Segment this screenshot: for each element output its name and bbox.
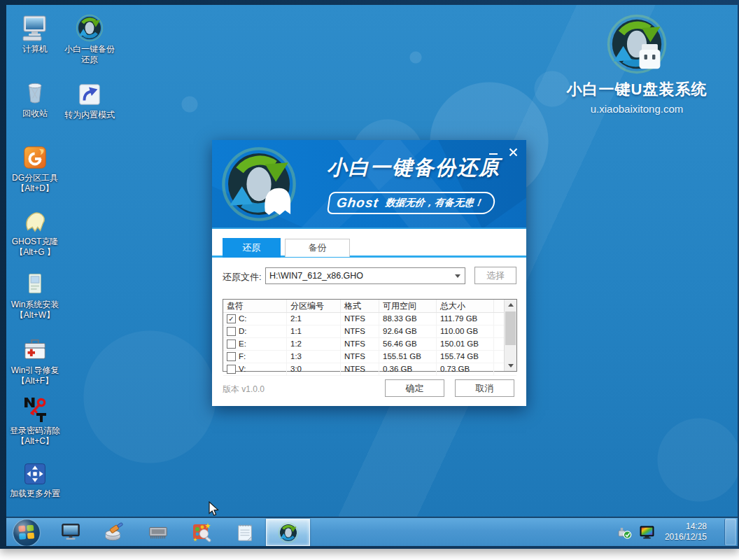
ok-button[interactable]: 确定 — [385, 379, 444, 397]
scroll-up-button[interactable] — [505, 300, 516, 310]
desktop-icon-password-clear[interactable]: 登录密码清除 【Alt+C】 — [7, 394, 63, 447]
desktop-icon-dg-partition[interactable]: DG分区工具 【Alt+D】 — [7, 141, 63, 194]
cell-total: 150.01 GB — [437, 338, 494, 350]
brand-title: 小白一键U盘装系统 — [537, 79, 737, 100]
desktop-icon-label: GHOST克隆 【Alt+G 】 — [7, 237, 63, 258]
desktop-icon-recycle-bin[interactable]: 回收站 — [7, 77, 63, 119]
cell-free: 92.64 GB — [379, 326, 437, 337]
memory-chip-icon — [147, 522, 169, 542]
scroll-down-button[interactable] — [505, 360, 516, 371]
desktop-icon-computer[interactable]: 计算机 — [7, 13, 63, 55]
desktop-icon-label: 回收站 — [7, 108, 63, 119]
desktop-icon-label: 小白一键备份 还原 — [56, 44, 123, 65]
table-row[interactable]: E: 1:2 NTFS 56.46 GB 150.01 GB — [223, 338, 516, 351]
ghost-badge-slogan: 数据无价，有备无患！ — [385, 197, 485, 209]
checkbox[interactable] — [227, 327, 236, 336]
desktop-icon-ghost-clone[interactable]: GHOST克隆 【Alt+G 】 — [7, 205, 63, 258]
show-desktop-button[interactable] — [724, 519, 736, 545]
desktop-icon-load-more[interactable]: 加载更多外置 — [7, 457, 63, 499]
desktop-icon-boot-repair[interactable]: Win引导修复 【Alt+F】 — [7, 334, 63, 386]
table-row[interactable]: V: 3:0 NTFS 0.36 GB 0.73 GB — [223, 363, 516, 376]
app-logo-icon — [278, 522, 299, 543]
brand-block: 小白一键U盘装系统 u.xiaobaixitong.com — [537, 13, 737, 115]
cell-partition: 1:3 — [287, 351, 341, 363]
ghost-icon — [21, 208, 49, 234]
cell-drive: C: — [239, 313, 247, 325]
desktop-icon-label: 登录密码清除 【Alt+C】 — [7, 426, 63, 447]
cell-format: NTFS — [341, 313, 379, 325]
cell-format: NTFS — [341, 338, 379, 350]
install-box-icon — [23, 270, 47, 298]
restore-file-label: 还原文件: — [223, 271, 262, 284]
close-button[interactable] — [505, 146, 521, 158]
checkbox-checked[interactable]: ✓ — [227, 314, 236, 323]
notepad-icon — [234, 522, 255, 542]
minimize-button[interactable] — [486, 146, 501, 158]
restore-file-combobox[interactable]: H:\WIN7_612_x86.GHO — [265, 267, 465, 284]
checkbox[interactable] — [227, 365, 236, 374]
clock[interactable]: 14:28 2016/12/15 — [665, 522, 707, 542]
column-header-free[interactable]: 可用空间 — [379, 300, 437, 312]
taskbar-item-display[interactable] — [58, 521, 83, 543]
cell-partition: 1:2 — [287, 338, 341, 350]
table-scrollbar[interactable] — [504, 300, 516, 371]
window-title: 小白一键备份还原 — [327, 154, 500, 182]
paint-tool-icon — [190, 521, 213, 543]
start-button[interactable] — [12, 518, 41, 546]
taskbar-item-backup-restore-active[interactable] — [266, 519, 310, 546]
table-row[interactable]: D: 1:1 NTFS 92.64 GB 110.00 GB — [223, 326, 516, 338]
cell-free: 56.46 GB — [379, 338, 437, 350]
minimize-icon — [489, 153, 498, 155]
checkbox[interactable] — [227, 352, 236, 361]
select-file-button[interactable]: 选择 — [474, 267, 516, 284]
backup-restore-logo-icon — [76, 14, 104, 42]
chevron-down-icon — [455, 274, 460, 278]
cancel-button[interactable]: 取消 — [455, 379, 514, 397]
cell-format: NTFS — [341, 363, 379, 375]
backup-restore-window: 小白一键备份还原 Ghost 数据无价，有备无患！ 还原 备份 还原文件: — [212, 140, 526, 406]
column-header-partition[interactable]: 分区编号 — [287, 300, 341, 312]
brand-logo-icon — [606, 13, 668, 75]
nt-password-key-icon — [21, 396, 49, 424]
desktop-icon-win-install[interactable]: Win系统安装 【Alt+W】 — [7, 268, 63, 321]
computer-icon — [21, 14, 49, 42]
taskbar-item-ram[interactable] — [146, 521, 171, 543]
taskbar: 14:28 2016/12/15 — [6, 517, 738, 546]
table-header: 盘符 分区编号 格式 可用空间 总大小 — [223, 300, 516, 313]
tab-backup[interactable]: 备份 — [285, 239, 350, 257]
display-icon — [59, 522, 82, 542]
taskbar-item-notepad[interactable] — [232, 521, 258, 543]
desktop-icon-label: Win引导修复 【Alt+F】 — [7, 365, 63, 386]
desktop-icon-label: 转为内置模式 — [56, 110, 123, 120]
column-header-drive[interactable]: 盘符 — [223, 300, 287, 312]
cell-partition: 3:0 — [287, 363, 341, 375]
tab-restore[interactable]: 还原 — [223, 238, 281, 258]
taskbar-item-disk-cleanup[interactable] — [101, 521, 127, 543]
table-row[interactable]: ✓C: 2:1 NTFS 88.33 GB 111.79 GB — [223, 313, 516, 326]
screen-frame: 计算机 小白一键备份 还原 回收站 转为内置模式 DG分区工具 【Alt+D】 — [0, 0, 739, 549]
column-header-format[interactable]: 格式 — [341, 300, 379, 312]
brand-url: u.xiaobaixitong.com — [537, 103, 737, 115]
cell-format: NTFS — [341, 351, 379, 363]
shortcut-arrow-icon — [76, 81, 103, 108]
scrollbar-thumb[interactable] — [505, 312, 516, 345]
desktop-icon-backup-restore[interactable]: 小白一键备份 还原 — [56, 13, 123, 65]
usb-tray-icon[interactable] — [617, 526, 633, 542]
cell-drive: F: — [239, 351, 246, 363]
cell-drive: E: — [239, 338, 246, 350]
dg-partition-icon — [22, 144, 48, 171]
desktop-icon-label: DG分区工具 【Alt+D】 — [7, 173, 63, 194]
taskbar-item-paint-tool[interactable] — [189, 521, 214, 543]
disk-cleanup-icon — [103, 522, 125, 542]
cell-format: NTFS — [341, 326, 379, 337]
desktop-icon-internal-mode[interactable]: 转为内置模式 — [56, 78, 123, 120]
display-color-tray-icon[interactable] — [639, 525, 655, 542]
windows-logo-icon — [12, 518, 41, 546]
column-header-total[interactable]: 总大小 — [437, 300, 494, 312]
combo-dropdown-button[interactable] — [452, 270, 463, 282]
window-banner: 小白一键备份还原 Ghost 数据无价，有备无患！ — [212, 140, 526, 229]
partition-table: 盘符 分区编号 格式 可用空间 总大小 ✓C: 2:1 NTFS 88.33 G… — [223, 299, 517, 372]
checkbox[interactable] — [227, 340, 236, 349]
table-row[interactable]: F: 1:3 NTFS 155.51 GB 155.74 GB — [223, 351, 516, 363]
tab-bar: 还原 备份 — [212, 229, 526, 258]
